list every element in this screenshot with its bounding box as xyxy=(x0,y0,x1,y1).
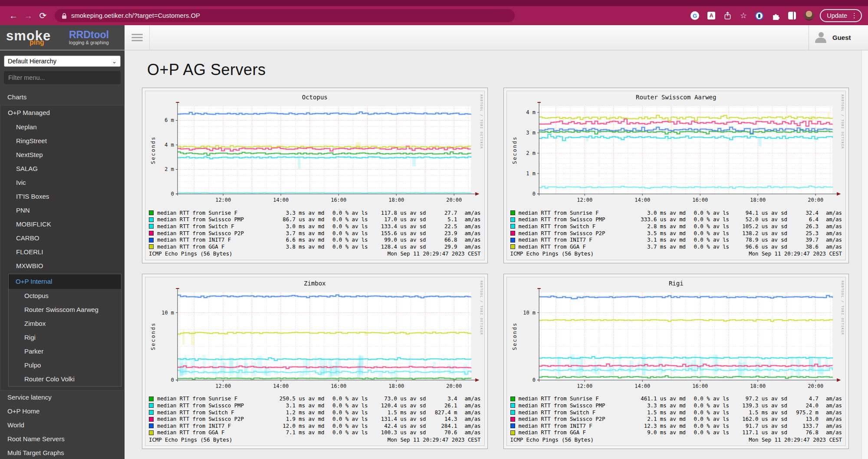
legend-ratio-unit: am/as xyxy=(820,216,842,223)
sidebar-item-ringstreet[interactable]: RingStreet xyxy=(0,134,124,148)
legend-stddev: 117.8 us av sd xyxy=(370,210,426,216)
sidebar-item-salag[interactable]: SALAG xyxy=(0,162,124,176)
user-block[interactable]: Guest xyxy=(809,25,868,50)
extensions-puzzle-icon[interactable] xyxy=(772,12,780,20)
legend-row: median RTT from Sunrise F3.0 ms av md0.0… xyxy=(510,210,842,216)
legend-median: 3.5 ms av md xyxy=(634,230,686,236)
browser-tab-strip xyxy=(0,0,868,6)
sidebar-item-world[interactable]: World xyxy=(0,418,125,432)
svg-text:20:00: 20:00 xyxy=(808,197,823,203)
password-manager-icon[interactable] xyxy=(755,12,763,20)
legend-swatch-icon xyxy=(149,430,154,435)
sidebar-item-floerli[interactable]: FLOERLI xyxy=(0,245,124,259)
page-title: O+P AG Servers xyxy=(125,50,868,88)
profile-avatar[interactable] xyxy=(804,11,814,20)
chart-panel-rigi[interactable]: Rigi RRDTOOL / TOBI OETIKER 010 m12:0014… xyxy=(503,274,849,449)
graph-legend: median RTT from Sunrise F3.0 ms av md0.0… xyxy=(510,210,842,250)
sidebar-item-router-colo-volki[interactable]: Router Colo Volki xyxy=(9,372,121,386)
legend-loss: 0.0 % av ls xyxy=(687,230,729,236)
legend-ratio-unit: am/as xyxy=(459,429,481,436)
legend-swatch-icon xyxy=(510,224,515,229)
legend-stddev: 162.0 us av sd xyxy=(731,416,787,422)
google-icon[interactable]: G xyxy=(690,11,699,20)
forward-icon[interactable]: → xyxy=(21,11,36,21)
legend-series-name: median RTT from Swissco PMP xyxy=(519,403,632,409)
smokeping-logo[interactable]: smoke ping xyxy=(6,28,60,47)
legend-swatch-icon xyxy=(149,244,154,249)
graph-legend: median RTT from Sunrise F461.1 us av md0… xyxy=(510,396,842,436)
sidebar-item-op-managed[interactable]: O+P Managed xyxy=(0,105,124,120)
sidebar-item-op-internal[interactable]: O+P Internal xyxy=(9,274,121,289)
legend-row: median RTT from Sunrise F250.5 us av md0… xyxy=(149,396,481,403)
browser-menu-icon[interactable]: ⋮ xyxy=(851,12,858,20)
legend-loss: 0.0 % av ls xyxy=(326,396,368,402)
legend-ratio: 32.4 xyxy=(789,210,819,216)
legend-row: median RTT from Swissco P2P3.7 ms av md0… xyxy=(149,230,481,237)
logo-block: smoke ping RRDtool logging & graphing xyxy=(0,25,125,50)
legend-median: 86.7 us av md xyxy=(273,216,325,223)
sidebar-item-ivic[interactable]: Ivic xyxy=(0,176,124,190)
svg-text:0: 0 xyxy=(532,191,535,197)
url-text: smokeping.oetiker.ch/?target=Customers.O… xyxy=(71,12,200,19)
reload-icon[interactable]: ⟳ xyxy=(36,10,50,21)
graph-probe-label: ICMP Echo Pings (56 Bytes) xyxy=(149,251,233,257)
legend-series-name: median RTT from Swissco PMP xyxy=(519,216,632,223)
sidebar-group-op-internal: O+P Internal Octopus Router Swisscom Aar… xyxy=(8,274,122,387)
legend-ratio-unit: am/as xyxy=(820,244,842,250)
sidebar-item-nextstep[interactable]: NextStep xyxy=(0,148,124,162)
sidebar-item-pulpo[interactable]: Pulpo xyxy=(9,358,121,372)
sidebar-item-parker[interactable]: Parker xyxy=(9,344,121,358)
sidebar-item-service-latency[interactable]: Service latency xyxy=(0,390,125,404)
hierarchy-select-value: Default Hierarchy xyxy=(8,58,56,65)
legend-row: median RTT from INIT7 F6.6 ms av md0.0 %… xyxy=(149,236,481,243)
sidebar-item-mxwbio[interactable]: MXWBIO xyxy=(0,259,124,273)
sidebar-item-itis-boxes[interactable]: IT'IS Boxes xyxy=(0,190,124,203)
legend-swatch-icon xyxy=(510,210,515,215)
legend-ratio-unit: am/as xyxy=(459,423,481,429)
sidebar-item-root-name-servers[interactable]: Root Name Servers xyxy=(0,432,125,446)
legend-loss: 0.0 % av ls xyxy=(687,416,729,422)
legend-swatch-icon xyxy=(149,210,154,215)
chart-panel-octopus[interactable]: Octopus RRDTOOL / TOBI OETIKER 02 m4 m6 … xyxy=(142,88,488,263)
graph-plot: 010 m12:0014:0016:0018:0020:00Seconds xyxy=(510,288,842,395)
svg-text:4 m: 4 m xyxy=(526,109,535,115)
rrdtool-signature: RRDTOOL / TOBI OETIKER xyxy=(841,281,844,335)
sidebar-item-op-home[interactable]: O+P Home xyxy=(0,404,125,418)
bookmark-star-icon[interactable]: ☆ xyxy=(740,12,747,20)
legend-ratio-unit: am/as xyxy=(820,396,842,402)
chart-panel-router-swisscom-aarweg[interactable]: Router Swisscom Aarweg RRDTOOL / TOBI OE… xyxy=(503,88,849,263)
translate-icon[interactable]: A xyxy=(707,12,715,20)
sidebar-item-zimbox[interactable]: Zimbox xyxy=(9,317,121,331)
legend-swatch-icon xyxy=(510,417,515,422)
update-button[interactable]: Update ⋮ xyxy=(820,9,862,22)
svg-text:14:00: 14:00 xyxy=(273,197,289,203)
hamburger-menu-icon[interactable] xyxy=(125,25,150,50)
page-scrollbar[interactable] xyxy=(861,50,868,459)
legend-series-name: median RTT from Sunrise F xyxy=(157,210,271,216)
rrdtool-logo[interactable]: RRDtool logging & graphing xyxy=(69,30,109,45)
sidebar-item-carbo[interactable]: CARBO xyxy=(0,231,124,245)
sidebar-item-router-swisscom-aarweg[interactable]: Router Swisscom Aarweg xyxy=(9,303,121,317)
filter-menu-input[interactable] xyxy=(4,71,121,84)
legend-median: 2.1 ms av md xyxy=(634,416,686,422)
sidebar-item-pnn[interactable]: PNN xyxy=(0,203,124,217)
sidebar-item-rigi[interactable]: Rigi xyxy=(9,331,121,344)
chart-panel-zimbox[interactable]: Zimbox RRDTOOL / TOBI OETIKER 010 m12:00… xyxy=(142,274,488,449)
svg-text:Seconds: Seconds xyxy=(150,136,156,164)
sidebar-item-neplan[interactable]: Neplan xyxy=(0,120,124,134)
side-panel-icon[interactable] xyxy=(788,12,796,20)
sidebar-item-mobiflick[interactable]: MOBIFLICK xyxy=(0,217,124,231)
legend-ratio: 6.4 xyxy=(789,216,819,223)
sidebar-item-charts[interactable]: Charts xyxy=(0,90,125,104)
hierarchy-select[interactable]: Default Hierarchy ⌄ xyxy=(4,56,121,67)
user-icon xyxy=(815,32,827,43)
sidebar-item-multi-target-graphs[interactable]: Multi Target Graphs xyxy=(0,446,125,459)
sidebar-item-octopus[interactable]: Octopus xyxy=(9,289,121,303)
chevron-down-icon: ⌄ xyxy=(112,58,117,65)
back-icon[interactable]: ← xyxy=(6,11,21,21)
share-icon[interactable] xyxy=(723,11,732,20)
legend-loss: 0.0 % av ls xyxy=(326,223,368,230)
svg-text:14:00: 14:00 xyxy=(273,383,289,389)
legend-ratio-unit: am/as xyxy=(459,210,481,216)
address-bar[interactable]: smokeping.oetiker.ch/?target=Customers.O… xyxy=(55,9,515,22)
